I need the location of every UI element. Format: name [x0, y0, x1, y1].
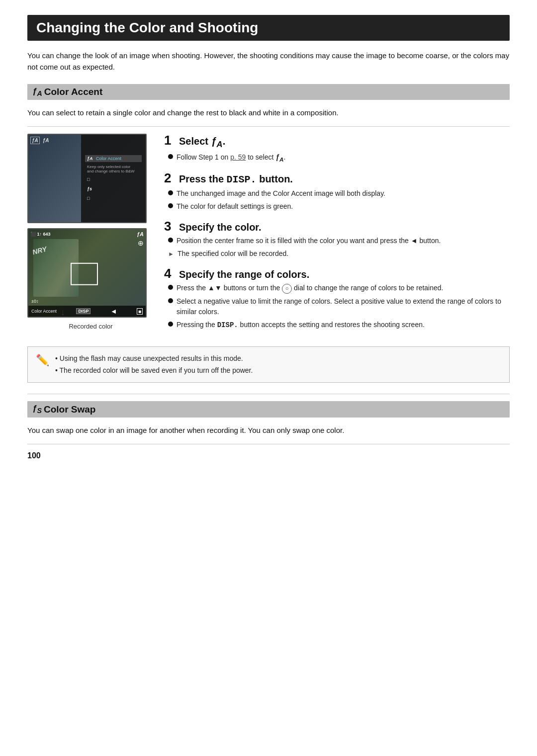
dial-icon: ○	[282, 284, 292, 294]
page-title: Changing the Color and Shooting	[27, 15, 510, 41]
color-accent-title: Color Accent	[44, 86, 103, 97]
color-accent-header: ƒA Color Accent	[27, 84, 510, 100]
step-4-bullet-3: Pressing the DISP. button accepts the se…	[168, 320, 510, 331]
color-swap-icon: ƒS	[32, 404, 42, 415]
color-swap-title: Color Swap	[44, 404, 96, 415]
step-1-number: 1	[164, 134, 175, 147]
step-4-bullet-2: Select a negative value to limit the ran…	[168, 296, 510, 317]
color-accent-icon: ƒA	[32, 86, 42, 97]
step-4-bullets: Press the ▲▼ buttons or turn the ○ dial …	[164, 283, 510, 330]
divider-color-swap	[27, 394, 510, 394]
step-3-number: 3	[164, 220, 175, 233]
cam2-exposure-label: ±0↕	[31, 299, 38, 304]
step-3-bullet-1-text: Position the center frame so it is fille…	[177, 236, 510, 246]
divider-bottom	[27, 444, 510, 444]
intro-text: You can change the look of an image when…	[27, 50, 510, 73]
step-4-bullet-1-text: Press the ▲▼ buttons or turn the ○ dial …	[177, 283, 510, 293]
step-4-bullet-2-text: Select a negative value to limit the ran…	[177, 296, 510, 317]
page-number: 100	[27, 451, 510, 460]
cam1-menu: ƒA Color Accent Keep only selected color…	[81, 135, 146, 222]
step-1-header: 1 Select ƒA.	[164, 134, 510, 150]
step-2-header: 2 Press the DISP. button.	[164, 171, 510, 186]
images-column: ƒA ƒA ƒA Color Accent Keep only selected…	[27, 134, 154, 338]
bullet-dot	[168, 203, 173, 208]
step-2-bullet-2-text: The color for default settings is green.	[177, 201, 510, 212]
cam1-icon-fa: ƒA	[30, 137, 40, 144]
step-2-bullet-1-text: The unchanged image and the Color Accent…	[177, 188, 510, 199]
step-3-bullets: Position the center frame so it is fille…	[164, 236, 510, 259]
step-4-number: 4	[164, 267, 175, 280]
cam2-color-accent-label: Color Accent	[31, 309, 57, 314]
cam2-arrow-indicator: ◄	[110, 307, 117, 315]
color-swap-header: ƒS Color Swap	[27, 401, 510, 417]
step-2: 2 Press the DISP. button. The unchanged …	[164, 171, 510, 212]
step-2-bullet-1: The unchanged image and the Color Accent…	[168, 188, 510, 199]
cam2-bottom-bar: Color Accent DISP ◄ ■	[28, 306, 146, 317]
cam2-center-frame	[71, 263, 98, 285]
bullet-dot	[168, 190, 173, 195]
step-2-title: Press the DISP. button.	[179, 173, 293, 186]
cam1-menu-subcaption: Keep only selected colorand change other…	[85, 165, 142, 173]
step-3-header: 3 Specify the color.	[164, 220, 510, 233]
bullet-dot	[168, 298, 173, 303]
step-2-bullets: The unchanged image and the Color Accent…	[164, 188, 510, 212]
steps-column: 1 Select ƒA. Follow Step 1 on p. 59 to s…	[164, 134, 510, 338]
cam1-top-icons: ƒA ƒA	[30, 137, 50, 144]
color-accent-desc: You can select to retain a single color …	[27, 107, 510, 118]
step-3-bullet-2-text: The specified color will be recorded.	[178, 249, 510, 259]
step-3-bullet-1: Position the center frame so it is fille…	[168, 236, 510, 246]
cam1-menu-label-1: Color Accent	[96, 156, 121, 161]
step-4-bullet-1: Press the ▲▼ buttons or turn the ○ dial …	[168, 283, 510, 293]
cam1-menu-item-3: ƒs	[85, 185, 142, 192]
bullet-dot	[168, 322, 173, 327]
cam2-square-indicator: ■	[137, 308, 143, 315]
note-line-1: • Using the flash may cause unexpected r…	[55, 354, 243, 362]
step-3-title: Specify the color.	[179, 221, 262, 233]
cam2-recorded-arrow: ↓	[61, 307, 65, 318]
step-4: 4 Specify the range of colors. Press the…	[164, 267, 510, 330]
bullet-dot	[168, 285, 173, 290]
cam2-top-bar: ⬛ 1↑ 643 ƒA	[30, 231, 144, 237]
step-1: 1 Select ƒA. Follow Step 1 on p. 59 to s…	[164, 134, 510, 164]
step-1-title: Select ƒA.	[179, 135, 225, 150]
cam2-disp-button: DISP	[76, 308, 90, 314]
cam2-camera-icon: ⊕	[138, 239, 144, 247]
color-swap-desc: You can swap one color in an image for a…	[27, 424, 510, 436]
note-box: ✏️ • Using the flash may cause unexpecte…	[27, 346, 510, 383]
cam1-menu-item-4: □	[85, 195, 142, 202]
bullet-dot	[168, 154, 173, 159]
cam1-menu-item-1: ƒA Color Accent	[85, 155, 142, 162]
arrow-icon: ►	[168, 250, 174, 258]
step-2-bullet-2: The color for default settings is green.	[168, 201, 510, 212]
step-3: 3 Specify the color. Position the center…	[164, 220, 510, 259]
cam1-menu-icon-3: ƒs	[87, 186, 94, 191]
camera-screenshot-1: ƒA ƒA ƒA Color Accent Keep only selected…	[27, 134, 147, 223]
step-2-number: 2	[164, 171, 175, 184]
recorded-color-label: Recorded color	[27, 323, 154, 330]
step-1-bullet-1: Follow Step 1 on p. 59 to select ƒA.	[168, 152, 510, 164]
cam2-top-info: ⬛ 1↑ 643	[30, 232, 51, 237]
steps-area: ƒA ƒA ƒA Color Accent Keep only selected…	[27, 134, 510, 338]
cam2-top-mode: ƒA	[137, 231, 144, 237]
step-1-bullets: Follow Step 1 on p. 59 to select ƒA.	[164, 152, 510, 164]
note-content: • Using the flash may cause unexpected r…	[55, 353, 253, 377]
cam1-menu-icon-4: □	[87, 196, 94, 201]
bullet-dot	[168, 238, 173, 243]
cam1-menu-item-2: □	[85, 176, 142, 183]
step-1-bullet-1-text: Follow Step 1 on p. 59 to select ƒA.	[177, 152, 510, 164]
step-4-bullet-3-text: Pressing the DISP. button accepts the se…	[177, 320, 510, 331]
cam1-icon-fa2: ƒA	[42, 137, 50, 144]
cam1-menu-icon-2: □	[87, 177, 94, 182]
pencil-icon: ✏️	[36, 354, 49, 367]
note-line-2: • The recorded color will be saved even …	[55, 366, 253, 374]
step-4-header: 4 Specify the range of colors.	[164, 267, 510, 280]
cam1-menu-icon-1: ƒA	[87, 156, 94, 161]
step-3-bullet-2: ► The specified color will be recorded.	[168, 249, 510, 259]
camera-screenshot-2: ⬛ 1↑ 643 ƒA NRY ⊕ Color Accent DISP ◄ ■	[27, 228, 147, 318]
divider-top	[27, 126, 510, 127]
step-4-title: Specify the range of colors.	[179, 268, 309, 280]
